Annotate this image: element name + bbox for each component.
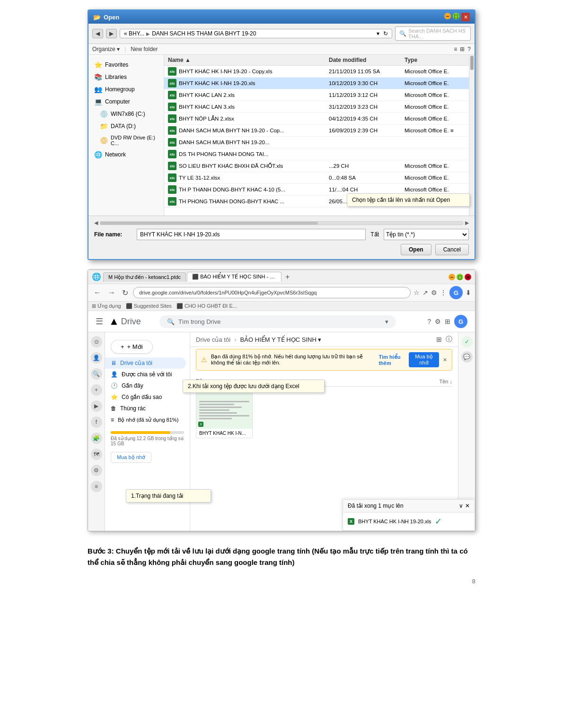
drive-nav-recent[interactable]: 🕐 Gần đây	[105, 380, 186, 391]
table-row[interactable]: xlsDANH SACH MUA BHYT NH 19-20... Chọn t…	[164, 137, 475, 148]
maximize-btn[interactable]: □	[453, 13, 459, 19]
table-row[interactable]: xlsDS TH PHONG THANH DONG TAI...	[164, 148, 475, 160]
sidebar-item-network[interactable]: 🌐 Network	[88, 148, 164, 161]
left-settings-icon[interactable]: ⚙	[91, 465, 102, 476]
recent-label: Gần đây	[122, 382, 143, 389]
sidebar-item-libraries[interactable]: 📚 Libraries	[88, 71, 164, 83]
scroll-right-btn[interactable]: ▶	[465, 220, 469, 226]
left-puzzle-icon[interactable]: 🧩	[91, 433, 102, 444]
sidebar-item-favorites[interactable]: ⭐ Favorites	[88, 59, 164, 71]
warning-buy-btn[interactable]: Mua bộ nhớ	[409, 352, 439, 367]
tab-bhyt[interactable]: ⬛ BÁO HIỂM Y TẾ HỌC SINH - ... ✕	[187, 272, 282, 282]
drive-search-dropdown[interactable]: ▾	[385, 318, 388, 325]
sidebar-item-dvd[interactable]: 📀 DVD RW Drive (E:) C...	[88, 132, 164, 148]
hamburger-icon[interactable]: ☰	[96, 316, 103, 327]
star-btn[interactable]: ☆	[413, 289, 420, 296]
left-home-icon[interactable]: ⊙	[91, 336, 102, 347]
open-button[interactable]: Open	[401, 244, 431, 255]
scroll-left-btn[interactable]: ◀	[94, 220, 98, 226]
table-row[interactable]: xlsBHYT KHAC LAN 3.xls 31/12/2019 3:23 C…	[164, 101, 475, 113]
info-btn[interactable]: ⓘ	[446, 335, 452, 344]
sidebar-item-homegroup[interactable]: 👥 Homegroup	[88, 83, 164, 95]
file-type-select[interactable]: Tệp tin (*.*)	[384, 229, 469, 240]
nav-path[interactable]: « BHY... ▶ DANH SACH HS THAM GIA BHYT 19…	[120, 29, 392, 38]
view-details-btn[interactable]: ≡	[454, 46, 457, 52]
address-bar[interactable]	[133, 287, 411, 298]
drive-nav-my-drive[interactable]: 🖥 Drive của tôi	[105, 357, 186, 369]
drive-avatar[interactable]: G	[454, 315, 467, 328]
organize-btn[interactable]: Organize ▾	[92, 46, 120, 52]
warning-learn-link[interactable]: Tìm hiểu thêm	[378, 354, 405, 366]
path-dropdown-btn[interactable]: ▾	[377, 30, 379, 37]
download-chevron-btn[interactable]: ∨	[459, 503, 463, 509]
browser-back-btn[interactable]: ←	[92, 287, 103, 298]
breadcrumb-current[interactable]: BẢO HIỂM Y TẾ HỌC SINH ▾	[240, 336, 321, 343]
back-btn[interactable]: ◀	[92, 29, 103, 38]
dialog-nav-bar: ◀ ▶ « BHY... ▶ DANH SACH HS THAM GIA BHY…	[88, 24, 475, 44]
browser-reload-btn[interactable]: ↻	[120, 287, 130, 298]
sort-name[interactable]: Tên ↓	[439, 379, 452, 384]
drive-nav-shared[interactable]: 👤 Được chia sẻ với tôi	[105, 369, 186, 380]
drive-help-btn[interactable]: ?	[427, 318, 431, 325]
right-icon-chat[interactable]: 💬	[461, 351, 473, 363]
file-thumbnail[interactable]: X BHYT KHAC HK I-NH 1...	[196, 390, 253, 438]
libraries-icon: 📚	[94, 73, 102, 81]
sidebar-item-datad[interactable]: 📁 DATA (D:)	[88, 120, 164, 132]
browser-minimize-btn[interactable]: −	[449, 274, 455, 280]
help-btn[interactable]: ?	[467, 46, 471, 52]
filename-input[interactable]	[137, 229, 366, 240]
new-folder-btn[interactable]: New folder	[131, 46, 158, 52]
left-list-icon[interactable]: ≡	[91, 481, 102, 492]
table-row[interactable]: xlsTY LE 31-12.xlsx 0...0:48 SA Microsof…	[164, 172, 475, 184]
close-btn[interactable]: ✕	[461, 13, 470, 21]
table-row[interactable]: xlsBHYT KHÁC HK I-NH 19-20 - Copy.xls 21…	[164, 66, 475, 78]
nav-menu-btn[interactable]: ⋮	[440, 289, 447, 296]
warning-close-btn[interactable]: ✕	[443, 357, 447, 363]
buy-storage-btn[interactable]: Mua bộ nhớ	[111, 452, 151, 463]
sidebar-item-computer[interactable]: 💻 Computer	[88, 95, 164, 108]
browser-maximize-btn[interactable]: □	[457, 274, 463, 280]
sidebar-item-win7[interactable]: 💿 WIN7x86 (C:)	[88, 108, 164, 120]
view-icon-btn[interactable]: ⊞	[460, 46, 465, 52]
forward-btn[interactable]: ▶	[106, 29, 117, 38]
cancel-button[interactable]: Cancel	[435, 244, 469, 255]
drive-apps-btn[interactable]: ⊞	[445, 318, 450, 325]
breadcrumb-drive[interactable]: Drive của tôi	[196, 336, 230, 343]
table-row-selected[interactable]: xlsBHYT KHÁC HK I-NH 19-20.xls 10/12/201…	[164, 78, 475, 89]
tab-mail[interactable]: M Hộp thư đến - ketoanc1.ptdc	[103, 272, 186, 282]
left-search-icon[interactable]: 🔍	[91, 368, 102, 380]
left-youtube-icon[interactable]: ▶	[91, 400, 102, 412]
drive-nav-trash[interactable]: 🗑 Thùng rác	[105, 403, 186, 414]
right-icon-check[interactable]: ✓	[461, 336, 473, 347]
tab-close-btn[interactable]: ✕	[278, 274, 282, 279]
new-btn[interactable]: + + Mới	[111, 340, 153, 354]
nav-settings-btn[interactable]: ⚙	[431, 289, 437, 296]
left-user-icon[interactable]: 👤	[91, 352, 102, 364]
browser-forward-btn[interactable]: →	[106, 287, 117, 298]
dialog-footer: ◀ ▶ File name: Tất Tệp tin (*.*) Open Ca…	[88, 216, 475, 259]
download-close-btn[interactable]: ✕	[465, 503, 470, 509]
scrollbar[interactable]	[469, 55, 475, 216]
drive-nav-storage[interactable]: ≡ Bộ nhớ (đã sử dụng 81%)	[105, 414, 186, 425]
drive-search-bar[interactable]: 🔍 Tìm trong Drive ▾	[159, 315, 396, 328]
left-fb-icon[interactable]: f	[91, 416, 102, 428]
path-root: « BHY...	[124, 30, 144, 37]
browser-close-btn[interactable]: ✕	[465, 274, 471, 280]
nav-ext-btn[interactable]: ↗	[422, 289, 428, 296]
table-row[interactable]: xlsDANH SACH MUA BHYT NH 19-20 - Cop... …	[164, 125, 475, 137]
nav-search[interactable]: 🔍 Search DANH SACH HS THA...	[395, 26, 471, 41]
table-row[interactable]: xlsBHYT NÓP LẦN 2.xlsx 04/12/2019 4:35 C…	[164, 113, 475, 125]
main-header: Drive của tôi › BẢO HIỂM Y TẾ HỌC SINH ▾…	[190, 332, 458, 347]
grid-view-btn[interactable]: ⊞	[436, 335, 442, 344]
table-row[interactable]: xlsSO LIEU BHYT KHÁC BHXH ĐÃ CHỐT.xls ..…	[164, 160, 475, 172]
minimize-btn[interactable]: −	[444, 13, 451, 19]
table-row[interactable]: xlsBHYT KHAC LAN 2.xls 11/12/2019 3:12 C…	[164, 89, 475, 101]
drive-settings-btn[interactable]: ⚙	[435, 318, 441, 325]
left-map-icon[interactable]: 🗺	[91, 449, 102, 460]
left-plus-icon[interactable]: +	[91, 384, 102, 396]
drive-nav-starred[interactable]: ⭐ Có gắn dấu sao	[105, 391, 186, 403]
path-refresh-btn[interactable]: ↻	[383, 30, 388, 37]
new-tab-btn[interactable]: +	[282, 273, 292, 281]
user-avatar[interactable]: G	[449, 286, 463, 299]
download-btn[interactable]: ⬇	[466, 289, 471, 296]
